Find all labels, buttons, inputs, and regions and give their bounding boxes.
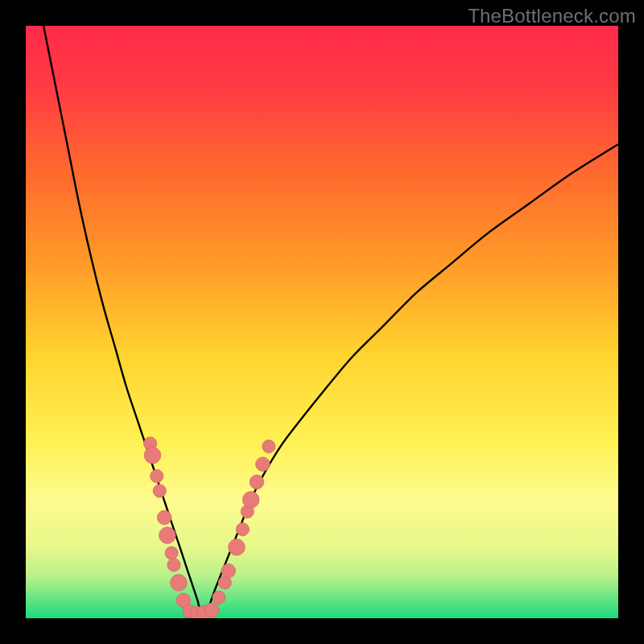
data-marker (229, 539, 246, 555)
data-marker (204, 603, 219, 617)
data-marker (250, 475, 264, 489)
bottleneck-curve (43, 26, 618, 618)
data-marker (153, 485, 166, 497)
data-marker (167, 559, 180, 572)
watermark-text: TheBottleneck.com (468, 5, 636, 27)
data-marker (256, 457, 270, 472)
data-marker (221, 564, 236, 578)
plot-area (26, 26, 618, 618)
curve-markers (144, 437, 275, 618)
data-marker (242, 492, 259, 509)
chart-frame: TheBottleneck.com (0, 0, 644, 644)
data-marker (165, 547, 178, 559)
data-marker (151, 469, 163, 482)
data-marker (236, 523, 249, 536)
data-marker (262, 440, 275, 453)
data-marker (171, 575, 188, 592)
data-marker (159, 527, 176, 544)
curve-overlay (26, 26, 618, 618)
data-marker (144, 447, 161, 464)
data-marker (157, 510, 171, 525)
data-marker (213, 591, 225, 604)
